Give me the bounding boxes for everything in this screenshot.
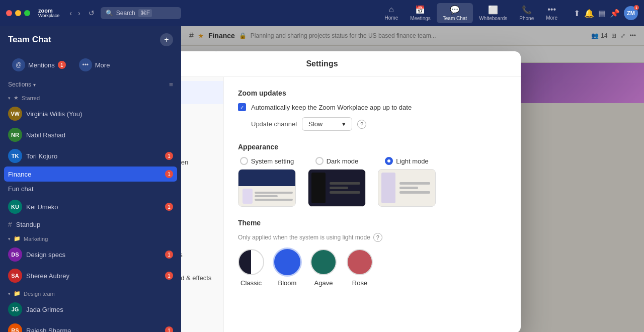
more-item[interactable]: ••• More [75, 56, 114, 73]
tab-home[interactable]: ⌂ Home [379, 3, 405, 23]
settings-modal: Settings ⚙️ General 🎥 Video 🎤 [181, 51, 521, 332]
marketing-group: ▾ 📁 Marketing DS Design specs 1 SA Shere… [0, 233, 181, 286]
nav-arrows: ‹ › [67, 8, 82, 18]
list-item[interactable]: Finance 1 [4, 167, 177, 182]
appearance-option-light[interactable]: Light mode [378, 157, 436, 207]
appearance-option-system[interactable]: System setting [238, 157, 296, 207]
search-box[interactable]: 🔍 Search ⌘F [101, 7, 181, 19]
tab-whiteboards[interactable]: ⬜ Whiteboards [473, 3, 513, 23]
rose-swatch [347, 249, 373, 275]
classic-swatch [238, 249, 264, 275]
tab-meetings[interactable]: 📅 Meetings [404, 3, 437, 23]
settings-nav-profile[interactable]: 👤 Profile [181, 312, 223, 332]
user-avatar[interactable]: ZM 1 [624, 6, 638, 20]
folder-icon: 📁 [14, 290, 21, 297]
list-item[interactable]: KU Kei Umeko 1 [0, 196, 181, 217]
mentions-label: Mentions [28, 61, 55, 69]
mentions-item[interactable]: @ Mentions 1 [8, 56, 70, 73]
bloom-label: Bloom [278, 279, 297, 287]
list-item[interactable]: Fun chat [0, 182, 181, 196]
phone-icon: 📞 [522, 5, 532, 15]
settings-nav-team-chat[interactable]: 💬 Team Chat [181, 197, 223, 220]
bell-icon[interactable]: 🔔 [584, 9, 594, 18]
more-label: More [95, 61, 110, 69]
list-item[interactable]: TK Tori Kojuro 1 [0, 145, 181, 167]
theme-rose[interactable]: Rose [347, 249, 373, 287]
list-item[interactable]: JG Jada Grimes [0, 299, 181, 320]
theme-help-icon[interactable]: ? [373, 233, 382, 242]
theme-title: Theme [238, 219, 507, 227]
forward-button[interactable]: › [76, 8, 83, 18]
settings-nav-video[interactable]: 🎥 Video [181, 104, 223, 127]
design-team-group-header[interactable]: ▾ 📁 Design team [0, 288, 181, 299]
settings-nav-phone[interactable]: 📞 Phone [181, 174, 223, 197]
tab-phone-label: Phone [519, 16, 534, 21]
theme-classic[interactable]: Classic [238, 249, 264, 287]
badge: 1 [165, 152, 173, 160]
close-button[interactable] [6, 10, 12, 16]
help-icon[interactable]: ? [357, 120, 366, 129]
tab-phone[interactable]: 📞 Phone [513, 3, 540, 23]
system-preview [238, 169, 296, 207]
brand-logo: zoom Workplace [38, 8, 59, 18]
marketing-arrow-icon: ▾ [8, 236, 11, 241]
screen-share-icon[interactable]: ⬆ [574, 9, 580, 18]
finance-badge: 1 [165, 170, 173, 178]
theme-bloom[interactable]: Bloom [274, 249, 300, 287]
auto-update-row: Automatically keep the Zoom Workplace ap… [238, 103, 507, 111]
update-channel-row: Update channel Slow ▾ ? [238, 117, 507, 131]
main-layout: Team Chat + @ Mentions 1 ••• More Sectio… [0, 26, 644, 332]
settings-nav-zoom-apps[interactable]: 🟦 Zoom Apps [181, 243, 223, 266]
theme-agave[interactable]: Agave [310, 249, 337, 287]
zoom-apps-label: Zoom Apps [181, 251, 183, 259]
sidebar-header: Team Chat + [0, 26, 181, 53]
badge: 1 [165, 203, 173, 211]
sidebar-title: Team Chat [8, 35, 156, 45]
sections-label[interactable]: Sections [8, 81, 31, 88]
badge: 1 [165, 272, 173, 280]
tab-home-label: Home [385, 15, 398, 21]
pin-icon[interactable]: 📌 [610, 9, 620, 18]
list-item[interactable]: VW Virginia Willis (You) [0, 103, 181, 124]
settings-nav-audio[interactable]: 🎤 Audio [181, 127, 223, 150]
minimize-button[interactable] [15, 10, 21, 16]
filter-icon[interactable]: ≡ [169, 80, 173, 89]
theme-section: Theme Only applied when the system is us… [238, 219, 507, 287]
settings-nav-recording[interactable]: ⏺ Recording [181, 289, 223, 312]
avatar: SA [8, 269, 22, 283]
starred-group-header[interactable]: ▾ ★ Starred [0, 93, 181, 103]
settings-nav-share-screen[interactable]: 🖥 Share screen [181, 150, 223, 174]
list-item[interactable]: SA Sheree Aubrey 1 [0, 265, 181, 286]
list-item[interactable]: DS Design specs 1 [0, 244, 181, 265]
settings-nav-huddles[interactable]: 🔵 Huddles [181, 220, 223, 243]
sidebar-toggle-icon[interactable]: ▤ [598, 9, 606, 18]
list-item[interactable]: # Standup [0, 217, 181, 231]
back-button[interactable]: ‹ [67, 8, 74, 18]
zoom-updates-section: Zoom updates Automatically keep the Zoom… [238, 89, 507, 131]
modal-body: ⚙️ General 🎥 Video 🎤 Audio 🖥 [181, 77, 521, 332]
tab-more[interactable]: ••• More [540, 3, 564, 23]
tab-meetings-label: Meetings [410, 16, 431, 21]
team-chat-icon: 💬 [450, 5, 460, 15]
design-team-arrow-icon: ▾ [8, 291, 11, 296]
tab-team-chat[interactable]: 💬 Team Chat [437, 3, 473, 23]
settings-nav-background[interactable]: 🖼 Background & effects [181, 266, 223, 289]
more-icon: ••• [547, 5, 556, 14]
marketing-group-header[interactable]: ▾ 📁 Marketing [0, 233, 181, 244]
meetings-icon: 📅 [415, 5, 425, 15]
search-icon: 🔍 [106, 10, 113, 17]
auto-update-checkbox[interactable] [238, 103, 246, 111]
settings-nav-general[interactable]: ⚙️ General [181, 81, 223, 104]
list-item[interactable]: RS Rajesh Sharma 1 [0, 320, 181, 332]
history-button[interactable]: ↺ [89, 9, 95, 17]
dark-preview [308, 169, 366, 207]
tab-more-label: More [546, 15, 557, 21]
list-item[interactable]: NR Nabil Rashad [0, 124, 181, 145]
add-chat-button[interactable]: + [160, 33, 173, 46]
appearance-options: System setting [238, 157, 507, 207]
update-channel-select[interactable]: Slow ▾ [302, 117, 352, 131]
appearance-option-dark[interactable]: Dark mode [308, 157, 366, 207]
share-screen-label: Share screen [181, 158, 188, 166]
nav-tabs: ⌂ Home 📅 Meetings 💬 Team Chat ⬜ Whiteboa… [379, 3, 564, 23]
maximize-button[interactable] [24, 10, 30, 16]
